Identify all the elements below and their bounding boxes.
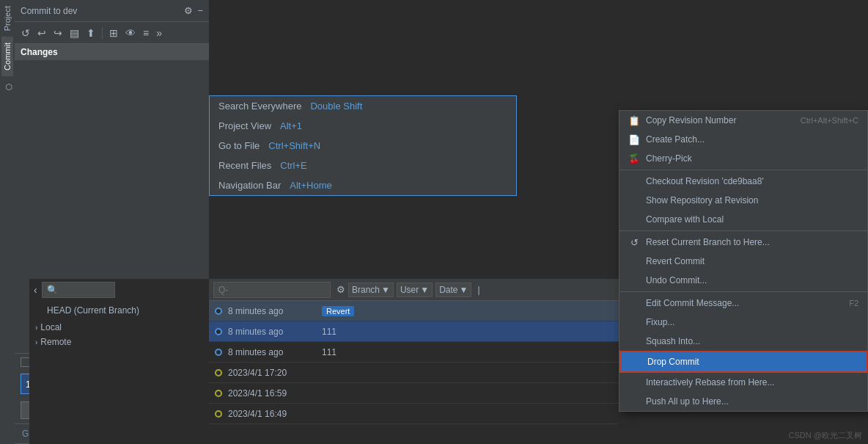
left-tree: ‹ HEAD (Current Branch) › Local › Remote xyxy=(29,279,224,444)
branch-dropdown[interactable]: Branch ▼ xyxy=(348,283,394,297)
rebase-icon xyxy=(628,376,640,388)
ctx-fixup-label: Fixup... xyxy=(646,317,674,327)
show-repo-icon xyxy=(628,194,640,206)
ctx-push-label: Push All up to Here... xyxy=(646,396,729,407)
navigation-bar-label: Navigation Bar xyxy=(218,180,281,191)
create-patch-icon: 📄 xyxy=(628,134,640,145)
undo-icon[interactable]: ↩ xyxy=(35,26,48,40)
remote-tree-item[interactable]: › Remote xyxy=(29,335,224,349)
search-everywhere-label: Search Everywhere xyxy=(218,101,301,112)
commit-row-3[interactable]: 2023/4/1 17:20 xyxy=(209,363,619,383)
ctx-show-repo[interactable]: Show Repository at Revision xyxy=(619,191,867,210)
fixup-icon xyxy=(628,316,640,328)
collapse-icon[interactable]: ‹ xyxy=(34,284,37,296)
context-menu: 📋 Copy Revision Number Ctrl+Alt+Shift+C … xyxy=(619,110,868,412)
ctx-compare-label: Compare with Local xyxy=(646,214,724,225)
changes-label: Changes xyxy=(21,47,58,57)
left-panel: Commit to dev ⚙ − ↺ ↩ ↪ ▤ ⬆ ⊞ 👁 ≡ » Chan… xyxy=(15,0,209,444)
changes-header: Changes xyxy=(15,44,209,60)
ctx-reset-label: Reset Current Branch to Here... xyxy=(646,237,770,247)
vertical-sidebar: Project Commit ⬡ xyxy=(0,0,15,444)
log-filter-search[interactable] xyxy=(213,282,331,298)
refresh-icon[interactable]: ↺ xyxy=(19,26,32,40)
redo-icon[interactable]: ↪ xyxy=(51,26,65,40)
search-overlay: Search Everywhere Double Shift Project V… xyxy=(209,95,517,196)
ctx-squash-label: Squash Into... xyxy=(646,336,700,346)
head-label: HEAD (Current Branch) xyxy=(47,305,139,316)
project-view-shortcut: Alt+1 xyxy=(280,120,302,131)
commit-time-0: 8 minutes ago xyxy=(228,306,316,316)
ctx-interactive-rebase[interactable]: Interactively Rebase from Here... xyxy=(619,373,867,392)
ctx-revert-commit[interactable]: Revert Commit xyxy=(619,252,867,271)
ctx-reset-branch[interactable]: ↺ Reset Current Branch to Here... xyxy=(619,233,867,252)
watermark: CSDN @欧光二叉树 xyxy=(789,430,862,441)
log-search-input[interactable] xyxy=(42,282,115,298)
navigation-bar-shortcut: Alt+Home xyxy=(290,180,331,191)
user-dropdown[interactable]: User ▼ xyxy=(397,283,433,297)
commit-tag-0: Revert xyxy=(322,306,354,316)
ctx-fixup[interactable]: Fixup... xyxy=(619,313,867,332)
ctx-copy-revision[interactable]: 📋 Copy Revision Number Ctrl+Alt+Shift+C xyxy=(619,111,867,130)
ctx-sep-2 xyxy=(619,230,867,231)
local-tree-item[interactable]: › Local xyxy=(29,320,224,335)
compare-icon xyxy=(628,214,640,225)
more-icon[interactable]: » xyxy=(154,26,164,40)
ctx-sep-3 xyxy=(619,291,867,292)
filter-settings-icon[interactable]: ⚙ xyxy=(336,284,345,295)
commit-row-5[interactable]: 2023/4/1 16:49 xyxy=(209,404,619,424)
ctx-edit-message[interactable]: Edit Commit Message... F2 xyxy=(619,294,867,313)
commit-row-0[interactable]: 8 minutes ago Revert xyxy=(209,301,619,321)
head-current-branch-row[interactable]: HEAD (Current Branch) xyxy=(29,301,224,320)
ctx-edit-label: Edit Commit Message... xyxy=(646,298,739,308)
list-icon[interactable]: ≡ xyxy=(141,26,151,40)
remote-label: Remote xyxy=(40,337,71,347)
remote-arrow: › xyxy=(35,338,37,346)
ctx-sep-1 xyxy=(619,170,867,170)
ctx-compare-local[interactable]: Compare with Local xyxy=(619,210,867,229)
log-filter-bar: ⚙ Branch ▼ User ▼ Date ▼ | xyxy=(209,279,619,301)
commit-row-2[interactable]: 8 minutes ago 111 xyxy=(209,342,619,363)
ctx-squash[interactable]: Squash Into... xyxy=(619,332,867,351)
commit-tab[interactable]: Commit xyxy=(1,37,13,76)
local-label: Local xyxy=(40,322,62,332)
search-everywhere-row: Search Everywhere Double Shift xyxy=(210,96,516,116)
ctx-cherry-pick[interactable]: 🍒 Cherry-Pick xyxy=(619,149,867,168)
filter-more-icon[interactable]: | xyxy=(477,285,479,295)
ctx-copy-revision-label: Copy Revision Number xyxy=(646,115,736,125)
project-view-row[interactable]: Project View Alt+1 xyxy=(210,116,516,136)
navigation-bar-row[interactable]: Navigation Bar Alt+Home xyxy=(210,175,516,195)
layout-icon[interactable]: ⊞ xyxy=(107,26,120,40)
copy-revision-icon: 📋 xyxy=(628,114,640,126)
commit-dot-4 xyxy=(215,390,222,397)
ctx-checkout-revision[interactable]: Checkout Revision 'cde9baa8' xyxy=(619,172,867,191)
title-icons: ⚙ − xyxy=(184,5,203,16)
project-tab[interactable]: Project xyxy=(1,0,13,37)
diff-icon[interactable]: ▤ xyxy=(67,26,81,40)
commit-row-4[interactable]: 2023/4/1 16:59 xyxy=(209,383,619,404)
log-rows-area: ⚙ Branch ▼ User ▼ Date ▼ | 8 minutes ago… xyxy=(209,279,619,444)
ctx-undo-commit[interactable]: Undo Commit... xyxy=(619,271,867,290)
go-to-file-row[interactable]: Go to File Ctrl+Shift+N xyxy=(210,136,516,156)
search-everywhere-shortcut: Double Shift xyxy=(310,101,362,112)
commit-time-2: 8 minutes ago xyxy=(228,347,316,357)
ctx-rebase-label: Interactively Rebase from Here... xyxy=(646,377,774,387)
drop-icon xyxy=(630,356,641,368)
upload-icon[interactable]: ⬆ xyxy=(84,26,98,40)
date-dropdown[interactable]: Date ▼ xyxy=(435,283,471,297)
vcs-tab[interactable]: ⬡ xyxy=(1,76,14,98)
minimize-icon[interactable]: − xyxy=(197,5,203,16)
eye-icon[interactable]: 👁 xyxy=(123,26,138,40)
settings-icon[interactable]: ⚙ xyxy=(184,5,193,16)
ctx-push-all[interactable]: Push All up to Here... xyxy=(619,392,867,411)
commit-dot-1 xyxy=(215,328,222,335)
ctx-drop-commit[interactable]: Drop Commit xyxy=(619,351,867,373)
undo-commit-icon xyxy=(628,274,640,286)
recent-files-row[interactable]: Recent Files Ctrl+E xyxy=(210,156,516,175)
go-to-file-label: Go to File xyxy=(218,140,260,151)
commit-row-1[interactable]: 8 minutes ago 111 xyxy=(209,321,619,342)
go-to-file-shortcut: Ctrl+Shift+N xyxy=(268,140,320,151)
commit-time-1: 8 minutes ago xyxy=(228,327,316,337)
log-toolbar-row: ‹ xyxy=(29,279,224,301)
local-arrow: › xyxy=(35,324,37,332)
ctx-create-patch[interactable]: 📄 Create Patch... xyxy=(619,130,867,149)
